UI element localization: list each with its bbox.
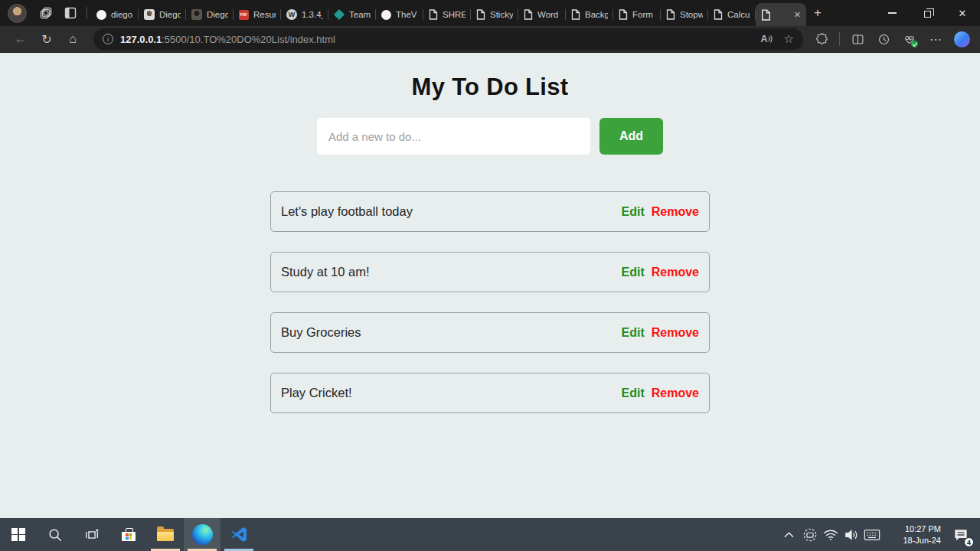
volume-button[interactable] [841,518,861,551]
tab-shre[interactable]: SHRE [423,3,471,26]
tab-actions-button[interactable] [58,2,83,24]
tab-stopw[interactable]: Stopw [661,3,708,26]
extensions-button[interactable] [811,28,832,50]
webpage-content: My To Do List Add Let's play football to… [0,53,980,518]
tab-diego-profile-2[interactable]: Diego [186,3,234,26]
task-view-button[interactable] [74,518,110,551]
back-button[interactable]: ← [8,28,34,51]
copilot-button[interactable] [951,28,972,50]
start-button[interactable] [0,518,37,551]
todo-item: Play Cricket! Edit Remove [270,373,710,413]
restore-button[interactable] [910,0,945,26]
edit-button[interactable]: Edit [622,386,645,400]
todo-actions: Edit Remove [622,205,699,219]
tab-sticky[interactable]: Sticky [471,3,518,26]
history-clock-icon [877,33,890,46]
tab-wordpress[interactable]: W 1.3.4_ [281,3,328,26]
tab-teams[interactable]: Team [328,3,376,26]
profile-photo-icon [144,9,155,20]
refresh-button[interactable]: ↻ [34,28,60,51]
puzzle-icon [815,33,828,46]
add-todo-row: Add [317,118,663,155]
new-tab-button[interactable]: + [806,2,829,24]
settings-more-button[interactable]: ⋯ [925,28,946,50]
chevron-up-icon [784,532,794,538]
network-button[interactable] [820,518,841,551]
taskbar-clock[interactable]: 10:27 PM 18-Jun-24 [886,523,941,546]
tab-label: Team [349,10,371,19]
minimize-button[interactable] [874,0,910,26]
tray-overflow-button[interactable] [779,518,799,551]
tab-diego-profile-1[interactable]: Diego [139,3,186,26]
vscode-icon [230,526,248,543]
taskbar-search-button[interactable] [37,518,74,551]
remove-button[interactable]: Remove [652,205,699,219]
tab-thev-github[interactable]: TheV [376,3,423,26]
keyboard-icon [864,529,880,541]
edge-button[interactable] [184,518,220,551]
tab-calcu[interactable]: Calcu [708,3,756,26]
tab-form[interactable]: Form [613,3,661,26]
tab-todo-list-active[interactable]: ✕ [756,3,806,26]
browser-essentials-button[interactable] [899,28,920,50]
site-info-icon[interactable]: i [103,34,113,44]
favorite-button[interactable]: ☆ [784,32,794,46]
document-icon [476,9,485,20]
history-button[interactable] [873,28,894,50]
edge-icon [192,524,213,545]
tab-close-icon[interactable]: ✕ [794,10,801,20]
todo-item: Study at 10 am! Edit Remove [270,252,710,292]
remove-button[interactable]: Remove [652,266,699,279]
window-controls: ✕ [874,0,980,26]
split-screen-button[interactable] [847,28,868,50]
document-icon [761,9,771,21]
tab-diego-github[interactable]: diego [91,3,139,26]
url-text[interactable]: 127.0.0.1:5500/10.TO%20DO%20List/index.h… [120,34,335,45]
document-icon [666,9,675,20]
tab-resume-pdf[interactable]: PDF Resur [234,3,281,26]
page-title: My To Do List [0,53,980,101]
touch-keyboard-button[interactable] [861,518,882,551]
edit-button[interactable]: Edit [622,266,645,279]
tab-label: Diego [159,10,181,19]
url-host: 127.0.0.1 [120,34,162,45]
tab-backg[interactable]: Backg [566,3,613,26]
todo-item: Let's play football today Edit Remove [270,191,710,232]
remove-button[interactable]: Remove [652,326,699,340]
edit-button[interactable]: Edit [622,326,645,340]
read-aloud-icon: A [761,34,768,44]
add-button[interactable]: Add [599,118,663,155]
url-path: :5500/10.TO%20DO%20List/index.html [162,34,335,45]
todo-text: Play Cricket! [281,386,352,400]
file-explorer-button[interactable] [147,518,184,551]
document-icon [619,9,628,20]
store-bag-icon [122,528,136,541]
vscode-button[interactable] [220,518,257,551]
task-view-icon [84,527,100,543]
read-aloud-button[interactable]: A [761,34,773,44]
todo-item: Buy Groceries Edit Remove [270,312,710,353]
action-center-button[interactable]: 4 [946,518,975,551]
windows-taskbar: 10:27 PM 18-Jun-24 4 [0,518,980,551]
tab-label: Word [537,10,560,19]
tab-label: 1.3.4_ [302,10,323,19]
windows-logo-icon [11,528,25,542]
close-window-button[interactable]: ✕ [945,0,980,26]
remove-button[interactable]: Remove [652,386,699,400]
tab-word[interactable]: Word [518,3,566,26]
address-bar[interactable]: i 127.0.0.1:5500/10.TO%20DO%20List/index… [93,28,803,51]
browser-toolbar: ← ↻ ⌂ i 127.0.0.1:5500/10.TO%20DO%20List… [0,26,980,53]
essentials-check-badge [911,41,918,47]
meet-now-button[interactable] [799,518,820,551]
edit-button[interactable]: Edit [622,205,645,219]
todo-text: Let's play football today [281,204,413,219]
microsoft-store-button[interactable] [110,518,147,551]
workspaces-button[interactable] [34,2,58,24]
notification-count-badge: 4 [964,537,974,547]
browser-profile-avatar[interactable] [8,4,27,23]
new-todo-input[interactable] [317,118,590,155]
tabstrip-separator [87,7,87,19]
split-screen-icon [851,33,864,46]
home-button[interactable]: ⌂ [60,28,86,51]
tab-label: SHRE [443,10,466,19]
